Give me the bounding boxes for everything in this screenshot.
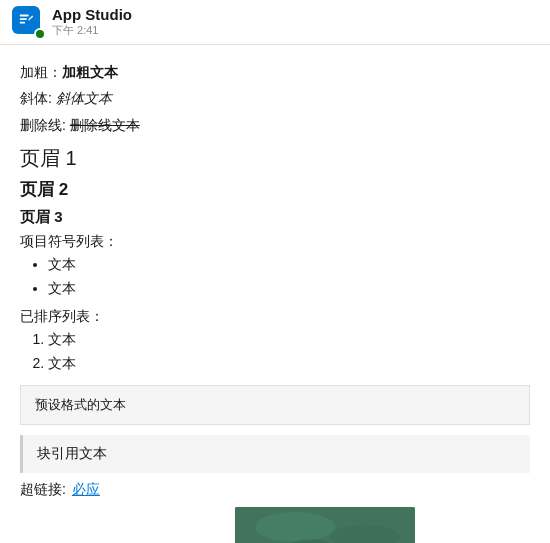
duck-image	[235, 507, 415, 543]
header-time: 下午 2:41	[52, 23, 132, 38]
app-title: App Studio	[52, 6, 132, 23]
italic-line: 斜体: 斜体文本	[20, 87, 530, 109]
strikethrough-text: 删除线文本	[70, 117, 140, 133]
list-item: 文本	[48, 253, 530, 275]
ordered-list: 文本 文本	[48, 328, 530, 375]
hyperlink-row: 超链接: 必应	[20, 481, 530, 499]
content-area[interactable]: 加粗：加粗文本 斜体: 斜体文本 删除线: 删除线文本 页眉 1 页眉 2 页眉…	[0, 45, 550, 543]
list-item: 文本	[48, 277, 530, 299]
app-status-badge	[34, 28, 46, 40]
app-icon	[12, 6, 44, 38]
ordered-list-label: 已排序列表：	[20, 308, 530, 326]
header-info: App Studio 下午 2:41	[52, 6, 132, 38]
svg-rect-0	[20, 15, 29, 17]
list-item: 文本	[48, 328, 530, 350]
blockquote-block: 块引用文本	[20, 435, 530, 473]
ordered-list-section: 已排序列表： 文本 文本	[20, 308, 530, 375]
strikethrough-prefix: 删除线:	[20, 117, 70, 133]
strikethrough-line: 删除线: 删除线文本	[20, 114, 530, 136]
hyperlink-prefix: 超链接:	[20, 481, 66, 499]
svg-point-7	[255, 512, 335, 542]
hyperlink-link[interactable]: 必应	[72, 481, 100, 499]
bold-prefix: 加粗：	[20, 64, 62, 80]
app-header: App Studio 下午 2:41	[0, 0, 550, 45]
heading3: 页眉 3	[20, 206, 530, 227]
bullet-list: 文本 文本	[48, 253, 530, 300]
italic-prefix: 斜体:	[20, 90, 56, 106]
list-item: 文本	[48, 352, 530, 374]
preformatted-text: 预设格式的文本	[35, 398, 126, 413]
svg-marker-3	[29, 16, 34, 21]
bullet-list-section: 项目符号列表： 文本 文本	[20, 233, 530, 300]
duck-scene-svg	[235, 507, 415, 543]
blockquote-text: 块引用文本	[37, 445, 107, 461]
bullet-list-label: 项目符号列表：	[20, 233, 530, 251]
heading2: 页眉 2	[20, 178, 530, 202]
svg-marker-4	[29, 20, 30, 21]
app-frame: App Studio 下午 2:41 加粗：加粗文本 斜体: 斜体文本 删除线:…	[0, 0, 550, 543]
bold-line: 加粗：加粗文本	[20, 61, 530, 83]
svg-rect-2	[20, 22, 25, 24]
bold-text: 加粗文本	[62, 64, 118, 80]
app-logo-svg	[17, 11, 35, 29]
svg-rect-1	[20, 18, 27, 20]
preformatted-block: 预设格式的文本	[20, 385, 530, 425]
heading1: 页眉 1	[20, 144, 530, 172]
duck-image-container	[120, 507, 530, 543]
italic-text: 斜体文本	[56, 90, 112, 106]
